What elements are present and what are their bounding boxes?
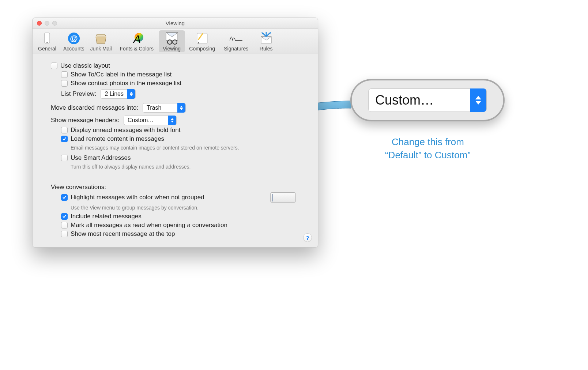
callout-caption: Change this from “Default” to Custom” bbox=[358, 135, 497, 162]
tab-general[interactable]: General bbox=[34, 30, 60, 52]
stepper-icon bbox=[470, 88, 486, 112]
tab-label: General bbox=[38, 46, 56, 52]
zoom-window-button[interactable] bbox=[52, 21, 57, 26]
tab-label: Accounts bbox=[63, 46, 84, 52]
tab-composing[interactable]: Composing bbox=[185, 30, 219, 52]
zoom-popup-value: Custom… bbox=[375, 92, 434, 108]
window-title: Viewing bbox=[33, 20, 318, 26]
stepper-icon bbox=[127, 89, 135, 99]
tab-label: Composing bbox=[189, 46, 215, 52]
tab-junk-mail[interactable]: Junk Mail bbox=[87, 30, 115, 52]
conversations-heading: View conversations: bbox=[42, 184, 308, 191]
preferences-window: Viewing General @ Accounts Junk Mail bbox=[32, 18, 318, 248]
option-label: Include related messages bbox=[71, 213, 142, 220]
popup-value: Trash bbox=[147, 105, 161, 111]
viewing-icon bbox=[165, 32, 179, 45]
highlight-color-well[interactable] bbox=[270, 192, 296, 203]
tab-signatures[interactable]: Signatures bbox=[219, 30, 253, 52]
checkbox-show-to-cc[interactable] bbox=[61, 71, 68, 78]
highlight-hint-row: Use the View menu to group messages by c… bbox=[42, 204, 308, 211]
general-icon bbox=[40, 32, 54, 45]
rules-icon bbox=[259, 32, 274, 45]
checkbox-highlight-color[interactable] bbox=[61, 194, 68, 201]
option-highlight-color: Highlight messages with color when not g… bbox=[42, 192, 308, 203]
zoom-callout: Custom… bbox=[350, 79, 505, 121]
svg-rect-0 bbox=[45, 33, 50, 43]
smart-addresses-hint-row: Turn this off to always display names an… bbox=[42, 163, 308, 170]
svg-text:@: @ bbox=[70, 34, 78, 43]
option-label: Display unread messages with bold font bbox=[71, 127, 181, 134]
composing-icon bbox=[195, 32, 210, 45]
option-label: Load remote content in messages bbox=[71, 135, 164, 143]
option-show-contact-photos: Show contact photos in the message list bbox=[42, 80, 308, 87]
tab-rules[interactable]: Rules bbox=[253, 30, 279, 52]
option-use-classic-layout: Use classic layout bbox=[42, 62, 308, 69]
popup-value: Custom… bbox=[128, 117, 154, 124]
checkbox-load-remote[interactable] bbox=[61, 136, 68, 142]
window-controls bbox=[33, 21, 57, 26]
tab-fonts-colors[interactable]: A Fonts & Colors bbox=[115, 30, 159, 52]
option-hint: Turn this off to always display names an… bbox=[71, 164, 191, 170]
option-hint: Email messages may contain images or con… bbox=[71, 145, 239, 151]
stepper-icon bbox=[177, 103, 185, 113]
option-load-remote: Load remote content in messages bbox=[42, 135, 308, 143]
option-label: Show contact photos in the message list bbox=[71, 80, 181, 87]
show-headers-popup[interactable]: Custom… bbox=[124, 116, 177, 125]
tab-accounts[interactable]: @ Accounts bbox=[60, 30, 87, 52]
option-mark-read: Mark all messages as read when opening a… bbox=[42, 222, 308, 229]
preferences-toolbar: General @ Accounts Junk Mail A Fonts & C bbox=[33, 29, 318, 53]
move-discarded-popup[interactable]: Trash bbox=[143, 103, 186, 113]
viewing-panel: Use classic layout Show To/Cc label in t… bbox=[33, 53, 318, 247]
popup-value: 2 Lines bbox=[105, 91, 124, 97]
fonts-colors-icon: A bbox=[129, 32, 144, 45]
checkbox-smart-addresses[interactable] bbox=[61, 155, 68, 161]
option-label: Use classic layout bbox=[60, 62, 110, 69]
help-button[interactable]: ? bbox=[303, 233, 312, 242]
option-label: Use Smart Addresses bbox=[71, 154, 131, 162]
close-window-button[interactable] bbox=[37, 21, 42, 26]
option-hint: Use the View menu to group messages by c… bbox=[71, 205, 199, 211]
option-recent-top: Show most recent message at the top bbox=[42, 230, 308, 238]
option-label: Mark all messages as read when opening a… bbox=[71, 222, 227, 229]
checkbox-display-bold[interactable] bbox=[61, 127, 68, 133]
checkbox-recent-top[interactable] bbox=[61, 231, 68, 237]
checkbox-use-classic-layout[interactable] bbox=[51, 63, 57, 69]
load-remote-hint-row: Email messages may contain images or con… bbox=[42, 144, 308, 151]
option-list-preview: List Preview: 2 Lines bbox=[42, 89, 308, 99]
option-label: Show To/Cc label in the message list bbox=[71, 71, 172, 78]
checkbox-mark-read[interactable] bbox=[61, 222, 68, 229]
option-display-bold: Display unread messages with bold font bbox=[42, 127, 308, 134]
svg-rect-1 bbox=[46, 42, 48, 43]
signatures-icon bbox=[229, 32, 244, 45]
caption-line: Change this from bbox=[358, 135, 497, 148]
accounts-icon: @ bbox=[67, 32, 81, 45]
checkbox-include-related[interactable] bbox=[61, 213, 68, 220]
minimize-window-button[interactable] bbox=[45, 21, 49, 26]
titlebar: Viewing bbox=[33, 18, 318, 29]
option-label: List Preview: bbox=[61, 90, 96, 98]
tab-viewing[interactable]: Viewing bbox=[159, 30, 185, 52]
option-label: Show message headers: bbox=[51, 117, 119, 124]
tab-label: Junk Mail bbox=[90, 46, 112, 52]
tab-label: Viewing bbox=[163, 46, 181, 52]
zoom-popup: Custom… bbox=[368, 88, 487, 112]
option-smart-addresses: Use Smart Addresses bbox=[42, 154, 308, 162]
option-label: Move discarded messages into: bbox=[51, 104, 138, 112]
list-preview-popup[interactable]: 2 Lines bbox=[101, 89, 136, 99]
option-include-related: Include related messages bbox=[42, 213, 308, 220]
tab-label: Fonts & Colors bbox=[120, 46, 154, 52]
option-show-to-cc: Show To/Cc label in the message list bbox=[42, 71, 308, 78]
tab-label: Rules bbox=[260, 46, 273, 52]
svg-text:A: A bbox=[133, 33, 141, 45]
option-label: Highlight messages with color when not g… bbox=[71, 194, 204, 201]
stepper-icon bbox=[168, 116, 176, 125]
junk-mail-icon bbox=[94, 32, 108, 45]
caption-line: “Default” to Custom” bbox=[358, 148, 497, 162]
tab-label: Signatures bbox=[224, 46, 248, 52]
checkbox-show-contact-photos[interactable] bbox=[61, 80, 68, 87]
option-show-headers: Show message headers: Custom… bbox=[42, 116, 308, 125]
option-label: Show most recent message at the top bbox=[71, 230, 175, 238]
option-move-discarded: Move discarded messages into: Trash bbox=[42, 103, 308, 113]
